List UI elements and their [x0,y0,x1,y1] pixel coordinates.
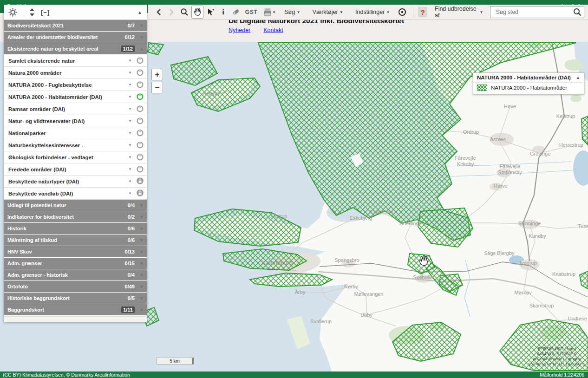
menu-settings[interactable]: Indstillinger▾ [355,9,389,15]
layer-row[interactable]: Økologisk forbindelser - vedtaget ▼ [4,151,147,163]
layer-group-header[interactable]: Arealer der understøtter biodiversitet 0… [4,32,147,43]
group-caret-icon: ▼ [139,308,144,312]
news-link[interactable]: Nyheder [229,27,250,33]
layer-caret-icon[interactable]: ▼ [128,167,132,171]
layer-label: Ramsar områder (DAI) [8,106,128,112]
layer-caret-icon[interactable]: ▼ [128,143,132,147]
locate-button[interactable] [397,6,407,18]
group-label: Historik [7,226,128,231]
panel-collapse-caret-icon[interactable]: ▲ [137,10,142,15]
layer-row[interactable]: Nationalparker ▼ [4,127,147,139]
group-label: Målretning af tilskud [7,237,128,243]
group-count: 0/6 [128,226,135,231]
print-button[interactable]: ▾ [261,6,277,18]
layer-caret-icon[interactable]: ▼ [128,83,132,87]
power-toggle-icon [136,141,144,149]
layer-caret-icon[interactable]: ▼ [128,95,132,99]
back-button[interactable] [153,6,164,18]
search-icon[interactable] [573,7,582,17]
gear-icon[interactable] [8,8,17,17]
menu-search[interactable]: Søg▾ [284,9,299,15]
group-caret-icon: ▼ [139,35,144,39]
layer-group-header[interactable]: Eksisterende natur og beskyttet areal 1/… [4,43,147,54]
caret-icon: ▾ [387,10,389,14]
group-label: Adm. grænser [7,261,125,266]
zoom-in-button[interactable]: + [151,69,163,80]
group-count: 0/2 [128,214,135,220]
layer-caret-icon[interactable]: ▼ [128,155,132,159]
layer-caret-icon[interactable]: ▼ [128,191,132,196]
zoom-tool-button[interactable] [179,6,189,18]
place-search-input[interactable] [495,8,573,16]
layer-row[interactable]: Ramsar områder (DAI) ▼ [4,103,147,115]
layer-row[interactable]: NATURA 2000 - Habitatområder (DAI) ▼ [4,91,147,103]
caret-icon: ▾ [480,10,483,14]
layer-group-header[interactable]: Ortofoto 0/49 ▼ [4,281,147,292]
layer-group-header[interactable]: Historik 0/6 ▼ [4,223,147,234]
group-caret-icon: ▼ [139,203,144,208]
group-label: Baggrundskort [7,307,121,313]
legend-header[interactable]: NATURA 2000 - Habitatområder (DAI) ▲ [473,73,584,83]
layer-group-header[interactable]: Adm. grænser 0/15 ▼ [4,258,147,269]
pan-tool-button[interactable] [191,6,203,19]
info-button[interactable]: i [218,6,229,18]
layer-group-header[interactable]: Biodiversitetskort 2021 0/7 ▼ [4,20,147,31]
hatch-swatch-icon [477,85,487,91]
forward-button[interactable] [166,6,176,18]
layer-caret-icon[interactable]: ▼ [128,107,132,111]
layer-group-header[interactable]: Historiske baggrundskort 0/5 ▼ [4,293,147,304]
layer-group-header[interactable]: Indikatorer for biodiversitet 0/2 ▼ [4,211,147,222]
layer-label: Nationalparker [8,130,128,136]
group-count: 1/12 [121,46,135,52]
measure-tool-button[interactable] [230,6,241,18]
group-count: 0/4 [128,202,135,208]
group-count: 0/15 [125,261,135,266]
help-button[interactable]: ? [418,7,427,17]
menu-tools[interactable]: Værktøjer▾ [313,9,342,15]
group-caret-icon: ▲ [139,47,144,51]
layer-caret-icon[interactable]: ▼ [128,131,132,135]
legend-item: NATURA 2000 - Habitatområder [473,83,584,94]
group-label: Biodiversitetskort 2021 [7,23,128,28]
layer-caret-icon[interactable]: ▼ [128,71,132,75]
layer-row[interactable]: NATURA 2000 - Fuglebeskyttelse ▼ [4,79,147,91]
lock-icon [136,177,144,185]
layer-group-header[interactable]: HNV Skov 0/13 ▼ [4,246,147,257]
layer-label: Beskyttede vandløb (DAI) [8,191,128,196]
group-caret-icon: ▼ [139,273,144,277]
map-scale-text: Målforhold 1:224206 [540,372,588,378]
layer-group-header[interactable]: Adm. grænser - historisk 0/4 ▼ [4,269,147,280]
layer-row[interactable]: Natura 2000 områder ▼ [4,67,147,79]
layer-label: Samlet eksisterende natur [8,58,128,64]
panel-scrollbar[interactable] [4,316,147,322]
layer-caret-icon[interactable]: ▼ [128,59,132,63]
place-search-box[interactable] [490,6,584,18]
legend-collapse-icon[interactable]: ▲ [576,75,580,80]
layer-group-header[interactable]: Baggrundskort 1/11 ▼ [4,304,147,315]
find-extent-dropdown[interactable]: Find udbredelse af▾ [435,6,483,19]
layer-row[interactable]: Naturbeskyttelsesinteresser - ▼ [4,139,147,151]
layer-row[interactable]: Fredede områder (DAI) ▼ [4,163,147,176]
layer-row[interactable]: Samlet eksisterende natur ▼ [4,55,147,67]
gst-logo-button[interactable]: GST [245,9,257,15]
group-label: Adm. grænser - historisk [7,272,128,278]
layer-groups: Biodiversitetskort 2021 0/7 ▼Arealer der… [4,20,147,315]
layer-row[interactable]: Natur- og vildtreservater (DAI) ▼ [4,115,147,127]
layer-caret-icon[interactable]: ▼ [128,119,132,123]
group-label: Eksisterende natur og beskyttet areal [7,46,121,52]
group-label: Ortofoto [7,284,125,289]
expand-collapse-all-icon[interactable] [29,8,35,16]
layer-group-header[interactable]: Udlagt til potentiel natur 0/4 ▼ [4,200,147,211]
power-toggle-icon [136,104,144,112]
feature-info-tool-button[interactable] [205,6,216,18]
group-label: HNV Skov [7,249,125,254]
layer-row[interactable]: Beskyttede naturtyper (DAI) ▼ [4,176,147,188]
zoom-out-button[interactable]: − [151,82,163,93]
layer-row[interactable]: Beskyttede vandløb (DAI) ▼ [4,188,147,200]
layer-group-header[interactable]: Målretning af tilskud 0/6 ▼ [4,235,147,246]
contact-link[interactable]: Kontakt [263,27,283,33]
collapse-layers-icon[interactable]: [−] [41,9,50,16]
group-caret-icon: ▼ [139,296,144,300]
coordinate-readout: ETRS89 ØST / Nord645499.8 ,6172627.9WGS8… [528,346,585,367]
layer-caret-icon[interactable]: ▼ [128,179,132,183]
